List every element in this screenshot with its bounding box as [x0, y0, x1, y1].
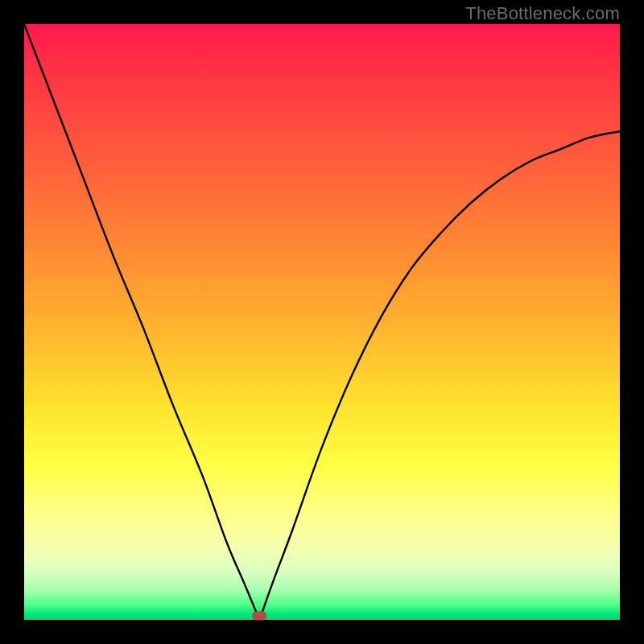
- minimum-marker: [252, 611, 266, 620]
- chart-frame: TheBottleneck.com: [0, 0, 644, 644]
- watermark-text: TheBottleneck.com: [465, 3, 620, 24]
- plot-area: [24, 24, 620, 620]
- bottleneck-curve: [24, 24, 620, 620]
